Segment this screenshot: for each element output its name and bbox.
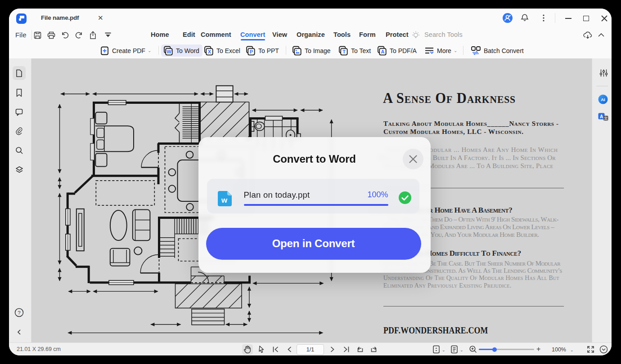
svg-text:A: A — [381, 49, 385, 54]
svg-text:w: w — [220, 195, 227, 204]
svg-text:W: W — [166, 49, 171, 54]
svg-text:X: X — [208, 49, 212, 54]
svg-text:?: ? — [18, 310, 20, 315]
svg-text:P: P — [250, 49, 253, 54]
svg-text:A: A — [600, 114, 603, 119]
svg-text:文: 文 — [604, 116, 608, 120]
svg-text:T: T — [342, 49, 346, 54]
svg-text:AI: AI — [601, 97, 605, 102]
